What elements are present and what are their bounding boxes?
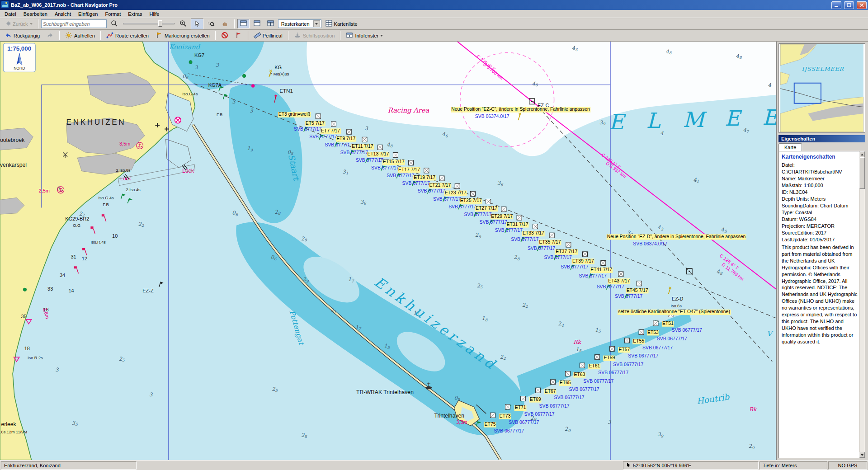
symbol-box: [517, 215, 522, 220]
symbol-box: [505, 404, 510, 409]
symbol-box: [424, 168, 429, 173]
split-pane-icon: [254, 20, 260, 27]
ship-position-button[interactable]: Schiffsposition: [291, 30, 338, 41]
split-pane-button[interactable]: [251, 19, 263, 28]
panel-scrollbar[interactable]: [859, 151, 865, 458]
chart-label: Rk: [749, 406, 757, 413]
copyright-text: This product has been derived in part fr…: [782, 244, 858, 345]
pan-tool-button[interactable]: [219, 19, 231, 29]
north-label: NORD: [14, 66, 25, 70]
bearing-ruler-button[interactable]: Peillineal: [251, 30, 285, 41]
zoom-window-button[interactable]: [205, 19, 217, 29]
property-line: Depth Units: Meters: [782, 196, 858, 202]
chart-label: Iso.R.4s: [90, 240, 106, 244]
chart-label: Racing Area: [388, 106, 429, 114]
property-line: Datei:: [782, 162, 858, 169]
menu-extras[interactable]: Extras: [124, 10, 146, 18]
symbol-box: [377, 145, 382, 150]
menu-ansicht[interactable]: Ansicht: [51, 10, 75, 18]
chart-mode-caret[interactable]: [313, 20, 320, 27]
symbol-dotg: [189, 61, 192, 64]
scroll-up-button[interactable]: [859, 151, 865, 157]
delete-mark-button[interactable]: [218, 30, 231, 41]
search-input[interactable]: [41, 19, 107, 28]
zoom-slider-thumb[interactable]: [158, 20, 162, 27]
close-button[interactable]: [857, 1, 867, 9]
menu-hilfe[interactable]: Hilfe: [146, 10, 163, 18]
zoom-in-button[interactable]: [177, 19, 189, 29]
chart-label: KG7: [194, 52, 204, 58]
single-pane-button[interactable]: [237, 19, 250, 28]
tab-karte[interactable]: Karte: [778, 143, 802, 151]
quad-pane-button[interactable]: [264, 19, 277, 28]
symbol-dotg: [23, 288, 26, 291]
sun-icon: [65, 32, 72, 40]
chart-mode-value: Rasterkarten: [281, 21, 310, 27]
menu-bearbeiten[interactable]: Bearbeiten: [20, 10, 51, 18]
symbol-box: [501, 207, 506, 212]
symbol-box: [455, 183, 460, 188]
symbol-box: [624, 338, 629, 343]
symbol-box: [549, 233, 554, 238]
search-icon: [111, 20, 118, 28]
chart-label: KG29-BR2: [65, 216, 89, 221]
chart-label: E: [762, 105, 777, 130]
flag-icon: [156, 32, 163, 40]
chart-label: 31: [71, 254, 76, 259]
hand-icon: [222, 20, 229, 28]
chart-canvas[interactable]: 1:75,000 NORD 06333319083136484648434848…: [0, 42, 777, 460]
menu-format[interactable]: Format: [101, 10, 124, 18]
undo-icon: [5, 32, 12, 39]
chart-label: Kooizand: [169, 43, 201, 51]
chart-label: Iso.G.4s: [98, 196, 113, 200]
brighten-button[interactable]: Aufhellen: [62, 30, 98, 41]
symbol-box: [594, 355, 599, 360]
info-window-button[interactable]: Infofenster: [343, 30, 386, 41]
search-button[interactable]: [108, 19, 121, 29]
panel-header: Eigenschaften: [778, 135, 865, 142]
menu-einfügen[interactable]: Einfügen: [75, 10, 101, 18]
redo-button[interactable]: [44, 30, 57, 41]
undo-button[interactable]: Rückgängig: [2, 30, 42, 41]
chart-label: Lock: [182, 168, 194, 174]
toolbar-navigation: Zurück Rasterkarten Kartenliste: [0, 18, 868, 30]
symbol-box: [316, 114, 321, 119]
create-route-button[interactable]: Route erstellen: [104, 30, 151, 41]
chart-label: 33: [47, 286, 53, 291]
chart-label: EZ-D: [672, 296, 684, 301]
scrollbar-track[interactable]: [859, 157, 865, 452]
symbol-box: [566, 242, 571, 247]
back-button[interactable]: Zurück: [2, 19, 35, 29]
symbol-box: [618, 272, 623, 277]
chart-label: 3,5m: [456, 419, 467, 425]
minimize-button[interactable]: [831, 1, 841, 9]
chart-label: F.R: [103, 202, 109, 207]
chart-label: 14: [69, 288, 74, 293]
chart-list-button[interactable]: Kartenliste: [323, 19, 360, 29]
chart-label: .6s.12m 11/9M: [0, 430, 27, 434]
property-line: Maßstab: 1:80,000: [782, 182, 858, 189]
chart-label: ETN1: [279, 88, 293, 94]
menu-datei[interactable]: Datei: [1, 10, 20, 18]
chart-label: O.G: [73, 223, 80, 228]
create-mark-button[interactable]: Markierung erstellen: [153, 30, 212, 41]
scrollbar-thumb[interactable]: [859, 157, 865, 189]
chart-label: 3,5m: [119, 141, 130, 146]
overview-map[interactable]: IJSSELMEER: [778, 43, 865, 133]
chart-label: 12: [82, 256, 87, 261]
toolbar-edit: Rückgängig Aufhellen Route erstellen Mar…: [0, 30, 868, 42]
chart-mode-select[interactable]: Rasterkarten: [278, 19, 321, 28]
scroll-down-button[interactable]: [859, 452, 865, 458]
select-tool-button[interactable]: [191, 19, 203, 29]
ruler-icon: [254, 32, 261, 40]
ship-icon: [294, 32, 301, 40]
red-flag-button[interactable]: [232, 30, 245, 41]
zoom-slider[interactable]: [122, 20, 175, 28]
symbol-box: [486, 199, 491, 204]
symbol-box: [601, 260, 606, 265]
maximize-button[interactable]: [844, 1, 854, 9]
symbol-box: [393, 153, 398, 158]
route-icon: [106, 32, 113, 40]
chart-label: E: [725, 106, 742, 131]
minimap-label: IJSSELMEER: [802, 66, 844, 72]
